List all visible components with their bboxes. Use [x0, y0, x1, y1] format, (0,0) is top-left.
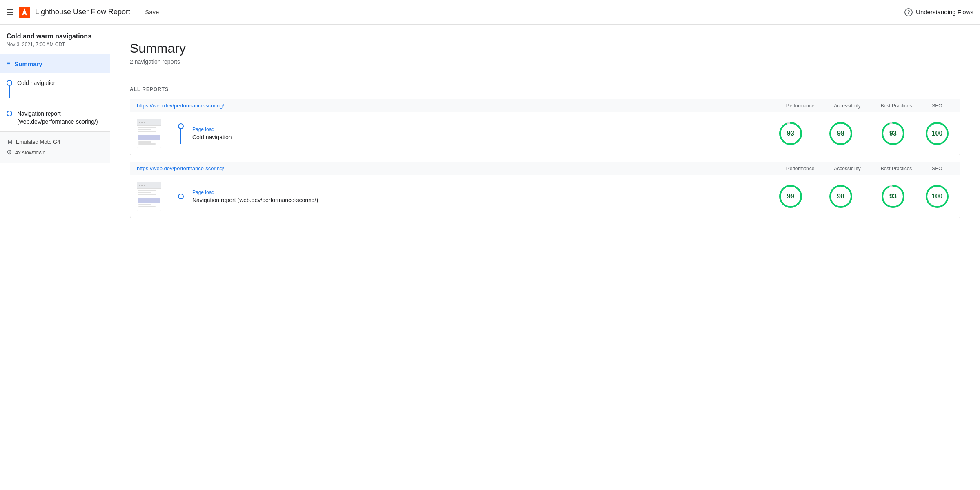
flow-connector-2	[173, 194, 189, 199]
score-value-bp-1: 93	[889, 130, 897, 137]
app-title: Lighthouse User Flow Report	[35, 8, 130, 16]
score-performance-1: 93	[768, 121, 813, 146]
connector-line-1	[180, 129, 181, 144]
col-performance-2: Performance	[778, 166, 823, 172]
flow-dot-wrap-1	[7, 80, 12, 98]
report-thumbnail-1	[137, 119, 161, 148]
score-value-seo-1: 100	[932, 130, 943, 137]
score-seo-1: 100	[921, 121, 953, 146]
col-accessibility-1: Accessibility	[823, 103, 872, 109]
report-thumbnail-2	[137, 182, 161, 211]
report-type-2: Page load	[192, 189, 765, 195]
score-accessibility-2: 98	[816, 184, 865, 209]
score-value-perf-1: 93	[787, 130, 794, 137]
header-left: ☰ Lighthouse User Flow Report Save	[7, 7, 904, 18]
report-url-2[interactable]: https://web.dev/performance-scoring/	[137, 165, 778, 172]
header-right: ? Understanding Flows	[904, 8, 973, 16]
flow-line-1	[9, 86, 10, 98]
score-value-access-1: 98	[837, 130, 844, 137]
report-name-1[interactable]: Cold navigation	[192, 134, 765, 140]
sidebar-device-info: 🖥 Emulated Moto G4 ⚙ 4x slowdown	[0, 132, 110, 163]
flow-connector-1	[173, 123, 189, 144]
all-reports-label: ALL REPORTS	[130, 87, 960, 92]
layout: Cold and warm navigations Nov 3, 2021, 7…	[0, 24, 980, 490]
device-label: Emulated Moto G4	[16, 139, 60, 145]
flow-label-nav-report: Navigation report(web.dev/performance-sc…	[17, 110, 98, 126]
help-icon[interactable]: ?	[904, 8, 913, 16]
report-url-1[interactable]: https://web.dev/performance-scoring/	[137, 102, 778, 109]
sidebar: Cold and warm navigations Nov 3, 2021, 7…	[0, 24, 110, 490]
score-value-access-2: 98	[837, 193, 844, 200]
col-best-practices-1: Best Practices	[872, 103, 921, 109]
main-content: Summary 2 navigation reports ALL REPORTS…	[110, 24, 980, 490]
cpu-icon: ⚙	[7, 149, 12, 156]
menu-icon[interactable]: ☰	[7, 7, 14, 17]
col-accessibility-2: Accessibility	[823, 166, 872, 172]
sidebar-item-nav-report[interactable]: Navigation report(web.dev/performance-sc…	[0, 104, 110, 132]
flow-dot-1	[7, 80, 12, 86]
report-info-2: Page load Navigation report (web.dev/per…	[192, 189, 765, 203]
flow-dot-2	[7, 111, 12, 116]
connector-dot-2	[178, 194, 184, 199]
header: ☰ Lighthouse User Flow Report Save ? Und…	[0, 0, 980, 24]
summary-subtitle: 2 navigation reports	[130, 58, 960, 65]
score-seo-2: 100	[921, 184, 953, 209]
score-value-perf-2: 99	[787, 193, 794, 200]
sidebar-item-summary[interactable]: ≡ Summary	[0, 54, 110, 74]
summary-title: Summary	[130, 41, 960, 56]
device-icon: 🖥	[7, 138, 13, 145]
col-performance-1: Performance	[778, 103, 823, 109]
connector-dot-1	[178, 123, 184, 129]
report-card-2: https://web.dev/performance-scoring/ Per…	[130, 162, 960, 218]
project-date: Nov 3, 2021, 7:00 AM CDT	[7, 42, 103, 47]
report-name-2[interactable]: Navigation report (web.dev/performance-s…	[192, 197, 765, 203]
score-performance-2: 99	[768, 184, 813, 209]
score-accessibility-1: 98	[816, 121, 865, 146]
sidebar-item-cold-nav[interactable]: Cold navigation	[0, 74, 110, 104]
device-row-2: ⚙ 4x slowdown	[7, 149, 103, 156]
col-seo-1: SEO	[921, 103, 953, 109]
device-row-1: 🖥 Emulated Moto G4	[7, 138, 103, 145]
report-row-1: Page load Cold navigation 93	[130, 112, 960, 155]
lighthouse-logo	[19, 7, 30, 18]
score-best-practices-2: 93	[869, 184, 918, 209]
score-best-practices-1: 93	[869, 121, 918, 146]
slowdown-label: 4x slowdown	[15, 149, 45, 156]
report-info-1: Page load Cold navigation	[192, 127, 765, 140]
col-best-practices-2: Best Practices	[872, 166, 921, 172]
summary-label: Summary	[14, 60, 42, 67]
sidebar-nav: ≡ Summary	[0, 54, 110, 74]
col-seo-2: SEO	[921, 166, 953, 172]
report-card-1: https://web.dev/performance-scoring/ Per…	[130, 99, 960, 155]
report-row-2: Page load Navigation report (web.dev/per…	[130, 175, 960, 218]
save-button[interactable]: Save	[145, 9, 159, 16]
project-title: Cold and warm navigations	[7, 33, 103, 40]
report-card-header-2: https://web.dev/performance-scoring/ Per…	[130, 162, 960, 175]
score-value-bp-2: 93	[889, 193, 897, 200]
score-value-seo-2: 100	[932, 193, 943, 200]
understanding-flows-link[interactable]: Understanding Flows	[916, 9, 973, 16]
all-reports-section: ALL REPORTS https://web.dev/performance-…	[110, 75, 980, 236]
sidebar-project: Cold and warm navigations Nov 3, 2021, 7…	[0, 24, 110, 54]
summary-header: Summary 2 navigation reports	[110, 24, 980, 75]
flow-label-cold-nav: Cold navigation	[17, 79, 57, 87]
report-card-header-1: https://web.dev/performance-scoring/ Per…	[130, 99, 960, 112]
list-icon: ≡	[7, 60, 10, 67]
flow-dot-wrap-2	[7, 111, 12, 116]
sidebar-flow-section: Cold navigation Navigation report(web.de…	[0, 74, 110, 132]
report-type-1: Page load	[192, 127, 765, 132]
